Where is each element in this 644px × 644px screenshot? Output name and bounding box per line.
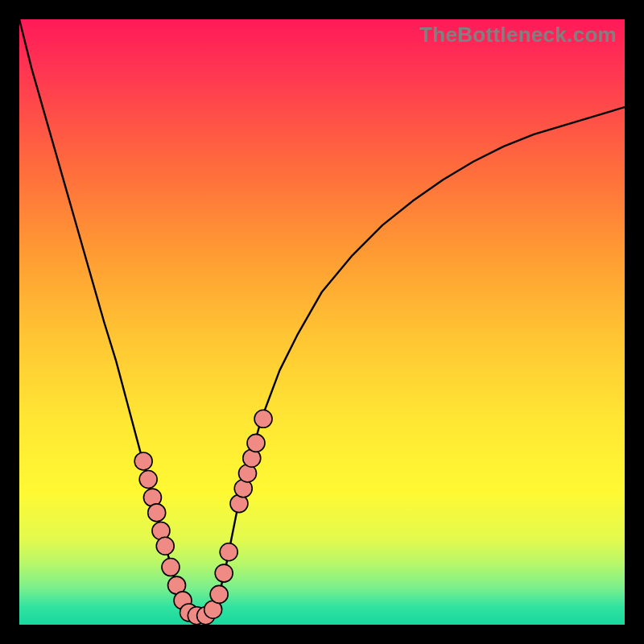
marker-point: [134, 452, 152, 470]
curve-right-branch: [210, 107, 625, 616]
plot-area: TheBottleneck.com: [19, 19, 625, 625]
marker-point: [139, 471, 157, 489]
chart-svg: [19, 19, 625, 625]
chart-stage: TheBottleneck.com: [0, 0, 644, 644]
marker-point: [162, 559, 180, 576]
marker-point: [220, 543, 237, 561]
marker-point: [210, 585, 228, 603]
marker-point: [254, 410, 272, 427]
marker-point: [156, 537, 174, 555]
marker-point: [247, 434, 265, 452]
marker-point: [215, 564, 233, 582]
marker-point: [148, 504, 166, 522]
